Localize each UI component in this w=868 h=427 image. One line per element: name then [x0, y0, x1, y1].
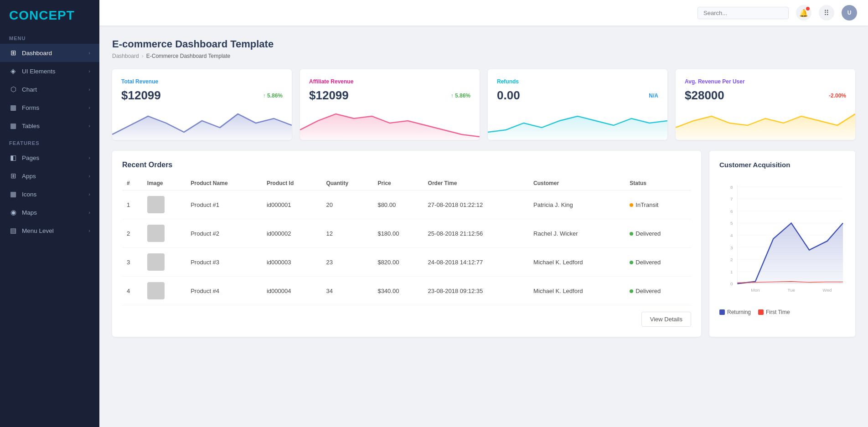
- legend-dot-blue: [719, 309, 725, 315]
- col-time: Order Time: [424, 176, 529, 190]
- sidebar-item-maps[interactable]: ◉ Maps ›: [0, 203, 99, 221]
- features-label: FEATURES: [0, 135, 99, 149]
- card-label: Refunds: [497, 78, 658, 85]
- card-value: $12099: [121, 88, 161, 103]
- card-change: -2.00%: [829, 93, 846, 99]
- cell-price: $80.00: [373, 190, 423, 219]
- search-input[interactable]: [703, 10, 783, 16]
- menu-label: MENU: [0, 30, 99, 44]
- pages-icon: ◧: [9, 154, 17, 162]
- card-chart: [488, 107, 667, 140]
- table-row: 1 Product #1 id000001 20 $80.00 27-08-20…: [122, 190, 691, 219]
- chevron-right-icon: ›: [88, 155, 90, 160]
- icons-icon: ▦: [9, 190, 17, 198]
- cell-image: [143, 219, 186, 248]
- cell-time: 23-08-2018 09:12:35: [424, 277, 529, 305]
- sidebar-item-label: UI Elements: [22, 68, 56, 75]
- sidebar: CONCEPT MENU ⊞ Dashboard › ◈ UI Elements…: [0, 0, 99, 427]
- view-details-button[interactable]: View Details: [641, 312, 691, 327]
- main-area: 🔔 ⠿ U E-commerce Dashboard Template Dash…: [99, 0, 868, 427]
- card-change: ↑ 5.86%: [263, 93, 283, 99]
- acquisition-title: Customer Acquisition: [719, 161, 845, 169]
- chevron-right-icon: ›: [88, 191, 90, 197]
- topbar: 🔔 ⠿ U: [99, 0, 868, 26]
- cell-status: Delivered: [625, 248, 691, 277]
- stat-card-refunds: Refunds 0.00 N/A: [488, 69, 667, 140]
- card-chart: [676, 107, 855, 140]
- apps-icon: ⊞: [9, 172, 17, 180]
- sidebar-item-label: Icons: [22, 191, 36, 198]
- cell-time: 24-08-2018 14:12:77: [424, 248, 529, 277]
- sidebar-item-forms[interactable]: ▦ Forms ›: [0, 98, 99, 117]
- sidebar-item-ui-elements[interactable]: ◈ UI Elements ›: [0, 62, 99, 80]
- page-title: E-commerce Dashboard Template: [112, 38, 855, 50]
- col-qty: Quantity: [321, 176, 373, 190]
- ui-elements-icon: ◈: [9, 67, 17, 75]
- notification-button[interactable]: 🔔: [796, 5, 811, 21]
- svg-text:2: 2: [730, 257, 733, 262]
- col-id: Product Id: [262, 176, 322, 190]
- legend-dot-red: [758, 309, 764, 315]
- cell-customer: Rachel J. Wicker: [529, 219, 625, 248]
- sidebar-item-label: Chart: [22, 86, 37, 93]
- card-value: $28000: [685, 88, 724, 103]
- cell-num: 3: [122, 248, 143, 277]
- legend-label-first-time: First Time: [766, 309, 790, 315]
- sidebar-item-dashboard[interactable]: ⊞ Dashboard ›: [0, 44, 99, 62]
- stat-card-affiliate-revenue: Affiliate Revenue $12099 ↑ 5.86%: [300, 69, 480, 140]
- col-num: #: [122, 176, 143, 190]
- sidebar-item-label: Maps: [22, 209, 37, 216]
- svg-text:3: 3: [730, 245, 733, 250]
- acquisition-card: Customer Acquisition 0 1 2 3: [709, 151, 855, 337]
- acquisition-legend: Returning First Time: [719, 309, 845, 315]
- search-box[interactable]: [698, 7, 789, 19]
- sidebar-item-pages[interactable]: ◧ Pages ›: [0, 149, 99, 167]
- chart-icon: ⬡: [9, 85, 17, 93]
- sidebar-item-label: Tables: [22, 123, 40, 129]
- cell-id: id000002: [262, 219, 322, 248]
- card-label: Total Revenue: [121, 78, 283, 85]
- sidebar-item-menu-level[interactable]: ▤ Menu Level ›: [0, 221, 99, 240]
- cell-time: 27-08-2018 01:22:12: [424, 190, 529, 219]
- cell-customer: Patricia J. King: [529, 190, 625, 219]
- cell-id: id000001: [262, 190, 322, 219]
- avatar[interactable]: U: [842, 5, 857, 21]
- maps-icon: ◉: [9, 208, 17, 216]
- content-area: E-commerce Dashboard Template Dashboard …: [99, 26, 868, 427]
- breadcrumb-home[interactable]: Dashboard: [112, 53, 139, 59]
- tables-icon: ▦: [9, 122, 17, 130]
- apps-grid-button[interactable]: ⠿: [819, 5, 834, 21]
- cell-customer: Michael K. Ledford: [529, 248, 625, 277]
- cell-name: Product #3: [186, 248, 262, 277]
- card-change: N/A: [649, 93, 658, 99]
- bottom-row: Recent Orders # Image Product Name Produ…: [112, 151, 855, 337]
- legend-returning: Returning: [719, 309, 751, 315]
- sidebar-item-chart[interactable]: ⬡ Chart ›: [0, 80, 99, 98]
- sidebar-item-icons[interactable]: ▦ Icons ›: [0, 185, 99, 203]
- cell-customer: Michael K. Ledford: [529, 277, 625, 305]
- table-row: 2 Product #2 id000002 12 $180.00 25-08-2…: [122, 219, 691, 248]
- svg-text:8: 8: [730, 185, 733, 190]
- table-row: 4 Product #4 id000004 34 $340.00 23-08-2…: [122, 277, 691, 305]
- svg-text:6: 6: [730, 209, 733, 214]
- cell-num: 2: [122, 219, 143, 248]
- breadcrumb-separator: ›: [142, 53, 144, 59]
- cell-name: Product #1: [186, 190, 262, 219]
- cell-id: id000003: [262, 248, 322, 277]
- forms-icon: ▦: [9, 103, 17, 112]
- card-label: Affiliate Revenue: [309, 78, 470, 85]
- cell-image: [143, 248, 186, 277]
- cell-name: Product #4: [186, 277, 262, 305]
- sidebar-item-tables[interactable]: ▦ Tables ›: [0, 117, 99, 135]
- chevron-right-icon: ›: [88, 173, 90, 179]
- stat-cards-container: Total Revenue $12099 ↑ 5.86%: [112, 69, 855, 140]
- orders-title: Recent Orders: [122, 161, 691, 169]
- sidebar-item-apps[interactable]: ⊞ Apps ›: [0, 167, 99, 185]
- chevron-right-icon: ›: [88, 228, 90, 233]
- card-label: Avg. Revenue Per User: [685, 78, 846, 85]
- col-name: Product Name: [186, 176, 262, 190]
- legend-first-time: First Time: [758, 309, 790, 315]
- svg-text:5: 5: [730, 221, 733, 226]
- svg-text:7: 7: [730, 196, 733, 201]
- cell-image: [143, 277, 186, 305]
